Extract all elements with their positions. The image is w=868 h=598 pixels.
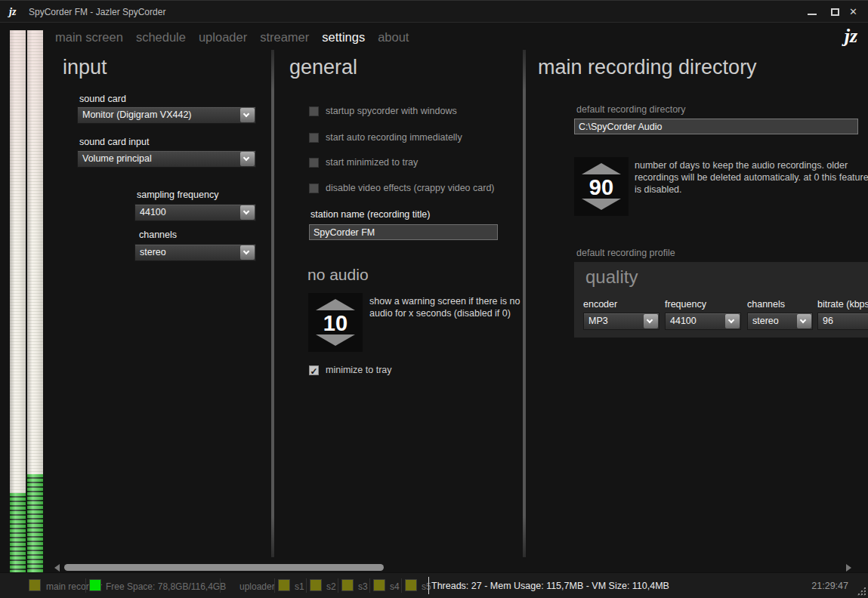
- slot5-label: s5: [422, 581, 431, 592]
- chevron-down-icon[interactable]: [644, 314, 658, 328]
- main-nav: main screen schedule uploader streamer s…: [55, 23, 409, 51]
- nav-streamer[interactable]: streamer: [260, 30, 309, 45]
- chevron-down-icon[interactable]: [725, 314, 740, 328]
- app-logo-icon: jz: [9, 6, 16, 18]
- quality-panel: quality encoder MP3 frequency 44100 chan…: [574, 262, 868, 338]
- slot2-led: [310, 579, 322, 591]
- no-audio-description: show a warning screen if there is no aud…: [369, 295, 520, 319]
- default-directory-input[interactable]: [574, 119, 858, 134]
- statusbar-separator: [274, 578, 275, 593]
- minimize-button[interactable]: [802, 1, 822, 23]
- close-button[interactable]: ✕: [845, 1, 864, 23]
- sampling-frequency-label: sampling frequency: [137, 190, 218, 200]
- panel-divider: [523, 50, 526, 557]
- encoder-select[interactable]: MP3: [583, 313, 659, 330]
- slot5-led: [405, 579, 417, 591]
- spycorder-window: { "window": { "title": "SpyCorder FM - J…: [0, 0, 868, 598]
- input-panel-title: input: [63, 56, 107, 79]
- slot1-led: [278, 579, 290, 591]
- no-audio-section-title: no audio: [307, 266, 369, 284]
- system-stats: Threads: 27 - Mem Usage: 115,7MB - VM Si…: [431, 581, 669, 591]
- chevron-down-icon[interactable]: [240, 245, 255, 260]
- checkbox-start-minimized[interactable]: start minimized to tray: [309, 157, 418, 168]
- clock: 21:29:47: [811, 581, 848, 591]
- free-space-led: [89, 579, 101, 591]
- frequency-label: frequency: [665, 299, 706, 310]
- statusbar-separator: [338, 578, 338, 593]
- scroll-right-icon[interactable]: [846, 564, 851, 572]
- slot4-label: s4: [390, 581, 400, 592]
- statusbar-separator: [369, 578, 370, 593]
- retention-days-spinner[interactable]: 90: [574, 157, 629, 216]
- maximize-button[interactable]: [825, 1, 845, 23]
- horizontal-scrollbar-thumb[interactable]: [64, 564, 384, 571]
- sound-card-label: sound card: [79, 94, 126, 104]
- retention-days-value: 90: [574, 175, 629, 200]
- channels-label: channels: [139, 230, 177, 240]
- default-profile-label: default recording profile: [576, 248, 675, 258]
- sampling-frequency-select[interactable]: 44100: [134, 204, 256, 221]
- statusbar-separator: [85, 578, 86, 593]
- checkbox-icon: [309, 106, 319, 116]
- spinner-up-icon[interactable]: [316, 299, 355, 310]
- spinner-down-icon[interactable]: [316, 334, 355, 346]
- main-recorder-led: [29, 579, 41, 591]
- scroll-left-icon[interactable]: [54, 564, 60, 572]
- spinner-down-icon[interactable]: [582, 199, 621, 210]
- quality-title: quality: [585, 267, 638, 288]
- checkbox-icon: [309, 158, 319, 168]
- sound-card-select[interactable]: Monitor (Digigram VX442): [77, 106, 256, 124]
- resize-grip[interactable]: [856, 585, 866, 595]
- bitrate-select[interactable]: 96: [817, 313, 868, 330]
- nav-settings[interactable]: settings: [322, 30, 365, 45]
- no-audio-seconds-spinner[interactable]: 10: [308, 293, 363, 352]
- checkbox-icon: [309, 183, 319, 193]
- maximize-icon: [831, 8, 839, 16]
- uploader-status-label: uploader: [239, 581, 275, 592]
- station-name-label: station name (recording title): [310, 209, 430, 220]
- sound-card-input-label: sound card input: [79, 137, 149, 147]
- slot2-label: s2: [326, 581, 336, 592]
- slot1-label: s1: [295, 581, 304, 592]
- status-bar: main recorder Free Space: 78,8GB/116,4GB…: [0, 572, 868, 598]
- jazler-logo-icon: jz: [845, 25, 857, 48]
- frequency-select[interactable]: 44100: [665, 313, 741, 330]
- encoder-label: encoder: [583, 299, 617, 310]
- chevron-down-icon[interactable]: [240, 205, 255, 220]
- vu-meter-right-channel: [27, 30, 43, 572]
- nav-about[interactable]: about: [378, 30, 409, 45]
- statusbar-separator: [401, 578, 402, 593]
- window-title: SpyCorder FM - Jazler SpyCorder: [29, 7, 165, 17]
- slot3-label: s3: [358, 581, 368, 592]
- quality-channels-select[interactable]: stereo: [747, 313, 813, 330]
- chevron-down-icon[interactable]: [797, 314, 811, 328]
- slot3-led: [341, 579, 354, 591]
- vu-meter: [10, 30, 44, 572]
- bitrate-label: bitrate (kbps): [817, 299, 868, 310]
- default-directory-label: default recording directory: [576, 104, 686, 115]
- channels-select[interactable]: stereo: [134, 244, 256, 261]
- general-panel-title: general: [289, 56, 357, 79]
- nav-main-screen[interactable]: main screen: [55, 30, 123, 45]
- checkbox-startup-with-windows[interactable]: startup spycorder with windows: [309, 106, 457, 116]
- statusbar-separator: [428, 577, 429, 594]
- chevron-down-icon[interactable]: [240, 108, 255, 122]
- checkbox-icon: [309, 133, 319, 143]
- checkbox-checked-icon: [309, 365, 319, 375]
- vu-meter-left-channel: [10, 30, 26, 572]
- nav-schedule[interactable]: schedule: [136, 30, 186, 45]
- spinner-up-icon[interactable]: [582, 163, 621, 174]
- retention-description: number of days to keep the audio recordi…: [635, 159, 868, 196]
- nav-uploader[interactable]: uploader: [199, 30, 247, 45]
- recording-panel-title: main recording directory: [538, 56, 757, 79]
- checkbox-minimize-to-tray[interactable]: minimize to tray: [309, 365, 392, 375]
- no-audio-seconds-value: 10: [308, 311, 363, 336]
- sound-card-input-select[interactable]: Volume principal: [77, 150, 256, 168]
- statusbar-separator: [306, 578, 307, 593]
- chevron-down-icon[interactable]: [240, 152, 255, 166]
- title-bar: jz SpyCorder FM - Jazler SpyCorder ✕: [0, 0, 868, 23]
- close-icon: ✕: [849, 6, 857, 17]
- station-name-input[interactable]: [309, 224, 498, 240]
- checkbox-auto-recording[interactable]: start auto recording immediatelly: [309, 132, 462, 143]
- checkbox-disable-video-effects[interactable]: disable video effects (crappy video card…: [309, 183, 495, 193]
